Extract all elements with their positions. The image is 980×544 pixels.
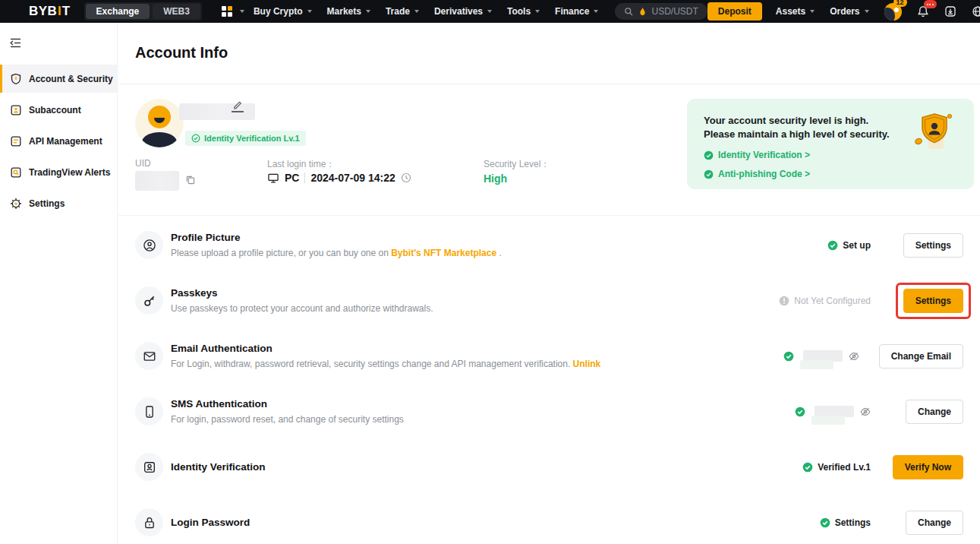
sidebar-item-label: Subaccount bbox=[29, 105, 81, 115]
settings-rows: Profile Picture Please upload a profile … bbox=[118, 217, 980, 544]
tab-web3[interactable]: WEB3 bbox=[153, 4, 200, 19]
main-content: Account Info Identity Verification Lv.1 … bbox=[118, 23, 980, 544]
row-identity-verification: Identity Verification Verified Lv.1 Veri… bbox=[118, 439, 980, 495]
person-icon bbox=[135, 231, 163, 259]
identity-verification-badge[interactable]: Identity Verification Lv.1 bbox=[185, 131, 306, 146]
row-title: Identity Verification bbox=[171, 461, 802, 473]
tradingview-icon bbox=[10, 166, 22, 179]
row-status: Not Yet Configured bbox=[779, 296, 871, 306]
menu-markets[interactable]: Markets bbox=[327, 6, 370, 17]
row-title: Profile Picture bbox=[171, 232, 827, 243]
check-circle-icon bbox=[704, 150, 714, 160]
sidebar-item-subaccount[interactable]: Subaccount bbox=[0, 96, 117, 124]
search-input[interactable]: USD/USDT bbox=[615, 3, 707, 20]
chevron-down-icon bbox=[240, 10, 244, 13]
sidebar-item-tradingview-alerts[interactable]: TradingView Alerts bbox=[0, 158, 117, 186]
chevron-down-icon bbox=[865, 10, 869, 13]
edit-nickname-button[interactable] bbox=[230, 100, 245, 112]
profile-picture-settings-button[interactable]: Settings bbox=[903, 233, 963, 258]
shield-badge-illustration bbox=[912, 111, 954, 155]
support-chat-button[interactable]: 12 bbox=[884, 3, 902, 21]
check-circle-icon bbox=[783, 351, 794, 362]
email-masked bbox=[799, 350, 843, 362]
last-login-label: Last login time： bbox=[267, 158, 335, 171]
security-level-value: High bbox=[484, 172, 507, 185]
menu-buy-crypto[interactable]: Buy Crypto bbox=[254, 6, 312, 17]
flame-icon bbox=[638, 7, 647, 17]
sidebar-item-label: Settings bbox=[29, 198, 65, 209]
passkeys-settings-button[interactable]: Settings bbox=[903, 289, 963, 313]
row-status: Set up bbox=[827, 240, 871, 251]
chevron-down-icon bbox=[594, 10, 598, 13]
tab-exchange[interactable]: Exchange bbox=[86, 4, 150, 19]
row-title: Passkeys bbox=[171, 287, 779, 299]
anti-phishing-code-link[interactable]: Anti-phishing Code > bbox=[704, 169, 957, 179]
eye-off-icon[interactable] bbox=[849, 351, 859, 362]
chevron-down-icon bbox=[810, 10, 815, 13]
row-passkeys: Passkeys Use passkeys to protect your ac… bbox=[118, 273, 980, 328]
apps-menu[interactable] bbox=[222, 6, 244, 17]
avatar[interactable] bbox=[135, 99, 184, 147]
monitor-icon bbox=[267, 172, 279, 184]
change-sms-button[interactable]: Change bbox=[906, 400, 963, 424]
divider bbox=[304, 172, 305, 183]
check-circle-icon bbox=[820, 517, 830, 528]
row-title: Login Password bbox=[171, 517, 820, 528]
chevron-down-icon bbox=[487, 10, 492, 13]
chevron-down-icon bbox=[414, 10, 419, 13]
row-login-password: Login Password Settings Change bbox=[118, 495, 980, 544]
check-circle-icon bbox=[795, 406, 805, 417]
uid-masked bbox=[135, 171, 179, 191]
deposit-button[interactable]: Deposit bbox=[707, 2, 762, 21]
row-status: Settings bbox=[820, 517, 871, 528]
change-email-button[interactable]: Change Email bbox=[879, 344, 963, 368]
edit-pencil-icon bbox=[232, 100, 243, 110]
phone-masked bbox=[810, 406, 854, 417]
nft-marketplace-link[interactable]: Bybit's NFT Marketplace bbox=[391, 248, 496, 258]
row-email-authentication: Email Authentication For Login, withdraw… bbox=[118, 328, 980, 384]
sidebar-item-account-security[interactable]: Account & Security bbox=[0, 65, 117, 93]
verify-now-button[interactable]: Verify Now bbox=[893, 455, 963, 479]
unlink-email-link[interactable]: Unlink bbox=[573, 359, 601, 369]
info-circle-icon bbox=[779, 296, 789, 306]
clock-icon[interactable] bbox=[401, 172, 411, 183]
language-button[interactable] bbox=[972, 5, 980, 17]
collapse-sidebar-icon[interactable] bbox=[10, 38, 21, 48]
sidebar-item-label: TradingView Alerts bbox=[29, 167, 110, 178]
menu-finance[interactable]: Finance bbox=[555, 6, 598, 17]
divider bbox=[118, 84, 980, 84]
check-circle-icon bbox=[191, 134, 200, 143]
menu-tools[interactable]: Tools bbox=[507, 6, 540, 17]
id-card-icon bbox=[135, 453, 163, 481]
check-circle-icon bbox=[802, 462, 813, 473]
last-login-value: PC 2024-07-09 14:22 bbox=[267, 172, 411, 184]
row-desc: Use passkeys to protect your account and… bbox=[171, 303, 779, 314]
sidebar-item-label: API Management bbox=[29, 136, 102, 147]
sidebar-item-settings[interactable]: Settings bbox=[0, 189, 117, 217]
copy-icon[interactable] bbox=[185, 175, 195, 185]
globe-icon bbox=[972, 5, 980, 17]
chat-count-badge: 12 bbox=[893, 0, 907, 7]
menu-orders[interactable]: Orders bbox=[830, 6, 868, 17]
menu-trade[interactable]: Trade bbox=[386, 6, 419, 17]
row-desc: For Login, withdraw, password retrieval,… bbox=[171, 359, 783, 369]
check-circle-icon bbox=[704, 169, 714, 179]
download-app-button[interactable] bbox=[944, 5, 956, 17]
chevron-down-icon bbox=[535, 10, 540, 13]
search-icon bbox=[624, 7, 634, 17]
api-icon bbox=[10, 135, 22, 147]
menu-derivatives[interactable]: Derivatives bbox=[434, 6, 492, 17]
bybit-logo[interactable]: BYBIT bbox=[29, 4, 71, 19]
menu-assets[interactable]: Assets bbox=[776, 6, 815, 17]
notifications-button[interactable] bbox=[917, 5, 929, 17]
sidebar-item-label: Account & Security bbox=[29, 74, 113, 84]
check-circle-icon bbox=[827, 240, 838, 251]
page-title: Account Info bbox=[135, 44, 228, 62]
login-time: 2024-07-09 14:22 bbox=[310, 172, 395, 184]
phone-icon bbox=[135, 397, 163, 425]
change-password-button[interactable]: Change bbox=[906, 511, 963, 535]
row-title: Email Authentication bbox=[171, 343, 783, 354]
search-value: USD/USDT bbox=[651, 6, 698, 17]
eye-off-icon[interactable] bbox=[860, 406, 871, 417]
sidebar-item-api-management[interactable]: API Management bbox=[0, 127, 117, 155]
